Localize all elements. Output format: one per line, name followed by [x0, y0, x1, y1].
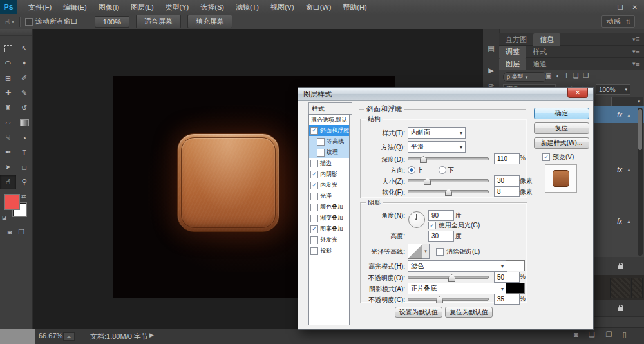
eraser-tool[interactable]: ▱ [0, 115, 16, 130]
checkbox[interactable] [310, 204, 318, 211]
panel-menu-icon[interactable]: ▾≣ [632, 36, 640, 43]
shadow-color-swatch[interactable] [506, 283, 525, 294]
scroll-all-windows-checkbox[interactable] [25, 18, 33, 26]
tool-preset-arrow-icon[interactable]: ▾ [12, 19, 14, 24]
style-item-gradient-overlay[interactable]: 渐变叠加 [309, 213, 349, 224]
minimize-icon[interactable]: – [605, 4, 609, 11]
lasso-tool[interactable]: ◠ [0, 56, 16, 71]
soften-value-field[interactable]: 8 [494, 186, 520, 197]
delete-layer-icon[interactable]: ▯ [623, 330, 627, 338]
collapse-effects-icon[interactable]: ▲ [627, 219, 631, 224]
style-item-bevel-emboss[interactable]: ✓ 斜面和浮雕 [309, 125, 349, 136]
menu-image[interactable]: 图像(I) [99, 3, 119, 12]
style-item-stroke[interactable]: 描边 [309, 158, 349, 169]
menu-select[interactable]: 选择(S) [200, 3, 224, 12]
close-icon[interactable]: ✕ [632, 4, 638, 11]
opacity-value-box[interactable]: 100% ▾ [596, 84, 630, 95]
style-item-outer-glow[interactable]: 外发光 [309, 234, 349, 245]
new-group-icon[interactable]: ❏ [589, 330, 595, 338]
highlight-color-swatch[interactable] [506, 260, 525, 271]
history-brush-tool[interactable]: ↺ [16, 100, 32, 115]
clone-stamp-tool[interactable]: ♜ [0, 100, 16, 115]
checkbox[interactable] [310, 215, 318, 222]
restore-icon[interactable]: ❐ [618, 4, 623, 11]
menu-edit[interactable]: 编辑(E) [63, 3, 87, 12]
rectangular-marquee-tool[interactable] [0, 41, 16, 56]
depth-slider[interactable] [408, 154, 489, 163]
smudge-tool[interactable]: ☟ [0, 130, 16, 145]
tab-layers[interactable]: 图层 [499, 58, 526, 70]
panel-menu-icon[interactable]: ▾≣ [632, 48, 640, 55]
contour-picker-arrow[interactable]: ▾ [422, 244, 430, 259]
checkbox[interactable]: ✓ [310, 225, 318, 233]
healing-brush-tool[interactable]: ✚ [0, 86, 16, 100]
filter-type-icon[interactable]: T [565, 72, 569, 79]
anti-aliased-row[interactable]: 消除锯齿(L) [436, 247, 480, 256]
menu-view[interactable]: 视图(V) [270, 3, 294, 12]
eyedropper-tool[interactable]: ✐ [16, 71, 32, 86]
preview-row[interactable]: ✓ 预览(V) [542, 153, 574, 162]
fill-value-box[interactable]: ▾ [611, 97, 643, 107]
style-item-inner-shadow[interactable]: ✓ 内阴影 [309, 169, 349, 180]
collapse-effects-icon[interactable]: ▲ [627, 167, 631, 172]
use-global-light-row[interactable]: ✓ 使用全局光(G) [428, 221, 480, 230]
checkbox[interactable]: ✓ [310, 127, 318, 135]
filter-shape-icon[interactable]: ❏ [573, 72, 579, 79]
anti-aliased-checkbox[interactable] [436, 248, 444, 256]
add-mask-icon[interactable]: ◙ [574, 330, 578, 338]
altitude-value-field[interactable]: 30 [428, 231, 454, 242]
layer-filter-type-dropdown[interactable]: ρ 类型 ▾ [503, 72, 547, 82]
zoom-tool[interactable]: ⚲ [16, 175, 32, 189]
reset-default-button[interactable]: 复位为默认值 [445, 307, 493, 318]
style-item-contour[interactable]: 等高线 [309, 136, 349, 147]
screen-mode-icon[interactable]: ❐ [18, 228, 24, 236]
checkbox[interactable] [310, 247, 318, 255]
menu-help[interactable]: 帮助(H) [343, 3, 366, 12]
highlight-opacity-slider[interactable] [408, 272, 489, 282]
new-style-button[interactable]: 新建样式(W)... [534, 137, 589, 149]
checkbox[interactable]: ✓ [310, 171, 318, 178]
filter-smartobject-icon[interactable]: ❐ [583, 72, 589, 79]
crop-tool[interactable]: ⊞ [0, 71, 16, 86]
quick-mask-icon[interactable]: ◙ [8, 228, 12, 236]
menu-file[interactable]: 文件(F) [28, 3, 52, 12]
checkbox[interactable]: ✓ [310, 182, 318, 189]
pen-tool[interactable]: ✒ [0, 145, 16, 160]
magic-wand-tool[interactable]: ✶ [16, 56, 32, 71]
style-item-inner-glow[interactable]: ✓ 内发光 [309, 180, 349, 191]
technique-dropdown[interactable]: 平滑▾ [408, 141, 466, 153]
set-default-button[interactable]: 设置为默认值 [395, 307, 442, 318]
direction-down-radio[interactable] [439, 166, 446, 174]
checkbox[interactable] [317, 138, 325, 146]
style-item-pattern-overlay[interactable]: ✓ 图案叠加 [309, 224, 349, 234]
workspace-switcher[interactable]: 动感 ⇅ [601, 15, 635, 28]
size-value-field[interactable]: 30 [494, 175, 520, 186]
menu-type[interactable]: 类型(Y) [166, 3, 189, 12]
style-item-drop-shadow[interactable]: 投影 [309, 245, 349, 256]
dodge-tool[interactable]: ◔ [16, 130, 32, 145]
fill-screen-button[interactable]: 填充屏幕 [187, 15, 232, 28]
dialog-close-button[interactable]: ✕ [567, 88, 588, 98]
checkbox[interactable] [310, 193, 318, 200]
angle-value-field[interactable]: 90 [428, 210, 454, 221]
history-panel-icon[interactable]: ▤ [483, 44, 499, 53]
tab-styles[interactable]: 样式 [526, 46, 553, 58]
angle-dial[interactable] [408, 211, 425, 228]
checkbox[interactable] [310, 160, 318, 167]
collapse-effects-icon[interactable]: ▲ [627, 113, 631, 117]
tab-channels[interactable]: 通道 [526, 58, 553, 70]
tools-panel-grip[interactable] [0, 29, 32, 36]
gloss-contour-thumbnail[interactable] [408, 244, 423, 259]
type-tool[interactable]: T [16, 145, 32, 160]
highlight-mode-dropdown[interactable]: 滤色▾ [408, 260, 507, 272]
path-selection-tool[interactable]: ➤ [0, 160, 16, 175]
shadow-opacity-field[interactable]: 35 [494, 294, 520, 305]
tab-info[interactable]: 信息 [533, 33, 560, 46]
hand-tool[interactable]: ☝ [0, 175, 16, 189]
style-item-satin[interactable]: 光泽 [309, 191, 349, 202]
scrubby-zoom-icon[interactable]: ◂▸ [63, 332, 75, 341]
filter-pixel-icon[interactable]: ▣ [545, 72, 551, 79]
preview-checkbox[interactable]: ✓ [542, 153, 550, 161]
shape-tool[interactable]: □ [16, 160, 32, 175]
soften-slider[interactable] [408, 187, 489, 196]
